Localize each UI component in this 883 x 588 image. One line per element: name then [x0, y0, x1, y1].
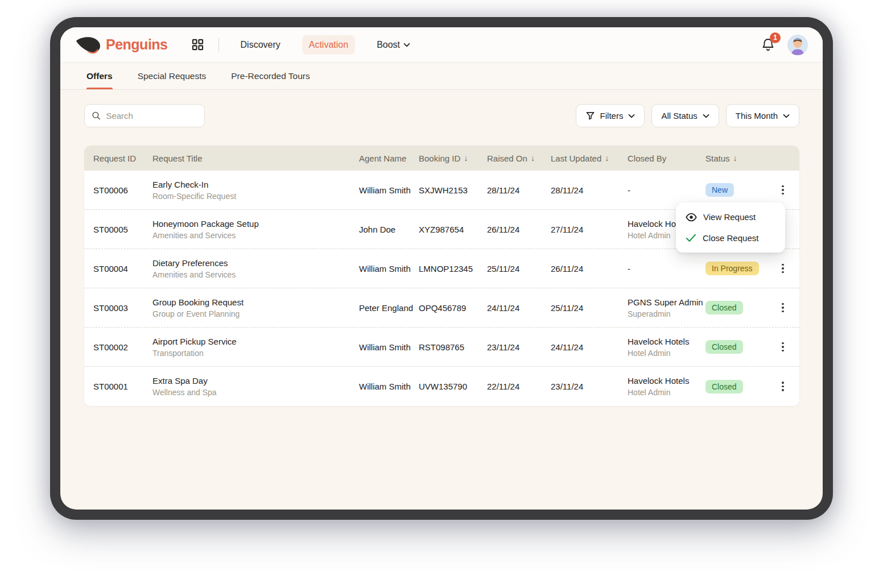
- cell-actions: [771, 181, 790, 198]
- user-avatar[interactable]: [787, 35, 808, 55]
- cell-request-id: ST00005: [93, 225, 152, 234]
- page: Penguins Discovery Activation: [0, 0, 883, 588]
- request-category: Amenities and Services: [152, 231, 359, 240]
- cell-request-id: ST00006: [93, 185, 152, 195]
- tab-offers[interactable]: Offers: [86, 63, 113, 89]
- request-title: Group Booking Request: [152, 297, 359, 307]
- cell-last-updated: 27/11/24: [551, 225, 628, 234]
- closed-by-name: PGNS Super Admin: [628, 297, 705, 307]
- filters-label: Filters: [600, 111, 624, 121]
- cell-raised-on: 26/11/24: [487, 225, 551, 234]
- cell-closed-by: -: [628, 264, 705, 274]
- column-header-booking-id[interactable]: Booking ID↓: [419, 154, 487, 163]
- column-header-request-id: Request ID: [93, 154, 152, 163]
- cell-agent-name: John Doe: [359, 225, 419, 234]
- column-header-raised-on[interactable]: Raised On↓: [487, 154, 551, 163]
- kebab-dot: [782, 271, 784, 274]
- request-category: Transportation: [152, 349, 359, 358]
- row-actions-kebab-icon[interactable]: [775, 181, 790, 198]
- nav-item-activation[interactable]: Activation: [302, 35, 355, 55]
- table-header-row: Request IDRequest TitleAgent NameBooking…: [84, 146, 799, 171]
- kebab-dot: [782, 264, 784, 266]
- menu-item-view-request[interactable]: View Request: [676, 206, 785, 227]
- status-badge: Closed: [705, 380, 743, 394]
- brand-name: Penguins: [106, 36, 168, 53]
- row-context-menu: View Request Close Request: [676, 202, 785, 252]
- column-label: Last Updated: [551, 154, 601, 163]
- status-filter-dropdown[interactable]: All Status: [651, 104, 719, 127]
- sort-descending-icon[interactable]: ↓: [733, 154, 737, 163]
- column-header-status[interactable]: Status↓: [705, 154, 771, 163]
- kebab-dot: [782, 382, 784, 384]
- cell-agent-name: William Smith: [359, 185, 419, 195]
- request-category: Group or Event Planning: [152, 309, 359, 318]
- column-header-last-updated[interactable]: Last Updated↓: [551, 154, 628, 163]
- cell-booking-id: UVW135790: [419, 382, 487, 391]
- table-row: ST00002Airport Pickup ServiceTransportat…: [84, 328, 799, 367]
- menu-item-label: Close Request: [703, 233, 758, 243]
- cell-raised-on: 23/11/24: [487, 342, 551, 352]
- cell-closed-by: PGNS Super AdminSuperadmin: [628, 297, 705, 318]
- cell-actions: [771, 260, 790, 277]
- cell-booking-id: LMNOP12345: [419, 264, 487, 274]
- cell-request-title: Extra Spa DayWellness and Spa: [152, 376, 359, 397]
- filters-button[interactable]: Filters: [576, 104, 645, 127]
- tab-special-requests[interactable]: Special Requests: [138, 63, 207, 89]
- sort-descending-icon[interactable]: ↓: [605, 154, 609, 163]
- chevron-down-icon: [703, 114, 709, 118]
- request-category: Amenities and Services: [152, 270, 359, 279]
- menu-item-close-request[interactable]: Close Request: [676, 227, 785, 249]
- row-actions-kebab-icon[interactable]: [775, 299, 790, 316]
- tab-pre-recorded-tours[interactable]: Pre-Recorded Tours: [231, 63, 310, 89]
- table-row: ST00001Extra Spa DayWellness and SpaWill…: [84, 367, 799, 406]
- cell-request-title: Airport Pickup ServiceTransportation: [152, 337, 359, 358]
- kebab-dot: [782, 303, 784, 305]
- filter-funnel-icon: [585, 111, 595, 121]
- search-input[interactable]: [106, 111, 197, 121]
- sort-descending-icon[interactable]: ↓: [531, 154, 535, 163]
- cell-agent-name: Peter England: [359, 303, 419, 313]
- nav-item-boost[interactable]: Boost: [370, 35, 417, 55]
- brand-logo[interactable]: Penguins: [75, 35, 168, 55]
- cell-booking-id: OPQ456789: [419, 303, 487, 313]
- cell-last-updated: 26/11/24: [551, 264, 628, 274]
- penguin-logo-icon: [75, 35, 101, 55]
- cell-status: In Progress: [705, 262, 771, 275]
- apps-grid-icon[interactable]: [192, 39, 204, 51]
- column-header-request-title: Request Title: [152, 154, 359, 163]
- closed-by-role: Hotel Admin: [628, 388, 705, 397]
- cell-status: Closed: [705, 380, 771, 394]
- request-title: Dietary Preferences: [152, 258, 359, 268]
- column-label: Booking ID: [419, 154, 460, 163]
- toolbar-filters: Filters All Status This Month: [576, 104, 799, 127]
- cell-agent-name: William Smith: [359, 342, 419, 352]
- closed-by-name: -: [628, 264, 705, 274]
- chevron-down-icon: [783, 114, 790, 118]
- cell-raised-on: 25/11/24: [487, 264, 551, 274]
- cell-actions: [771, 299, 790, 316]
- sort-descending-icon[interactable]: ↓: [464, 154, 468, 163]
- notifications-button[interactable]: 1: [761, 38, 775, 52]
- nav-item-discovery[interactable]: Discovery: [234, 35, 287, 55]
- tablet-frame: Penguins Discovery Activation: [50, 17, 833, 520]
- kebab-dot: [782, 386, 784, 388]
- closed-by-role: Hotel Admin: [628, 349, 705, 358]
- cell-request-title: Dietary PreferencesAmenities and Service…: [152, 258, 359, 279]
- cell-request-title: Honeymoon Package SetupAmenities and Ser…: [152, 219, 359, 240]
- column-label: Request ID: [93, 154, 136, 163]
- column-label: Agent Name: [359, 154, 406, 163]
- cell-request-id: ST00001: [93, 382, 152, 391]
- cell-agent-name: William Smith: [359, 382, 419, 391]
- closed-by-name: Havelock Hotels: [628, 337, 705, 346]
- date-filter-dropdown[interactable]: This Month: [726, 104, 799, 127]
- request-title: Early Check-In: [152, 180, 359, 189]
- cell-raised-on: 22/11/24: [487, 382, 551, 391]
- status-filter-label: All Status: [661, 111, 697, 121]
- cell-booking-id: SXJWH2153: [419, 185, 487, 195]
- row-actions-kebab-icon[interactable]: [775, 338, 790, 355]
- row-actions-kebab-icon[interactable]: [775, 260, 790, 277]
- chevron-down-icon: [628, 114, 635, 118]
- kebab-dot: [782, 185, 784, 188]
- row-actions-kebab-icon[interactable]: [775, 378, 790, 395]
- cell-last-updated: 28/11/24: [551, 185, 628, 195]
